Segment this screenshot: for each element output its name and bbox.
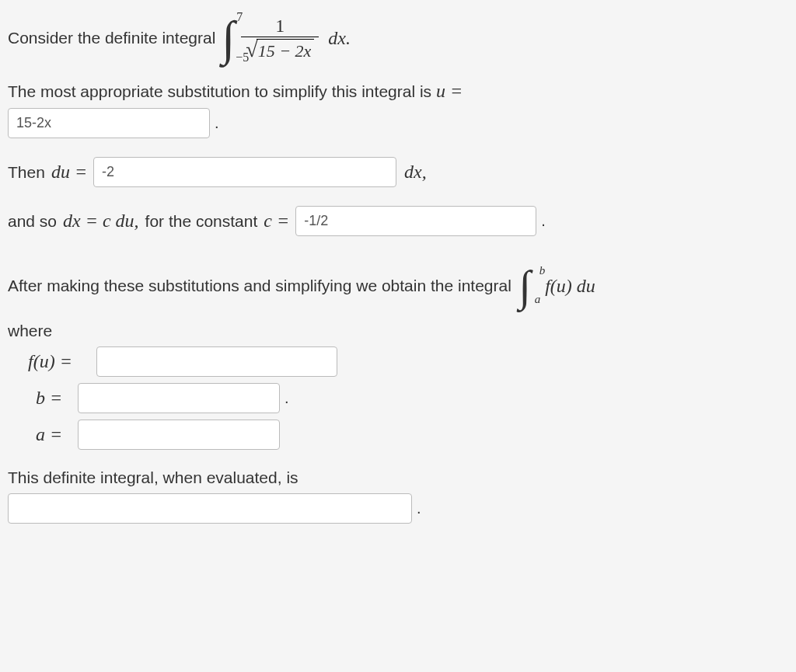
- integral-expression: ∫ 7 −5 1 √ 15 − 2x dx.: [222, 14, 351, 62]
- integral2-lower: a: [535, 293, 541, 306]
- text-final: This definite integral, when evaluated, …: [8, 468, 298, 487]
- row-c: and so dx = c du, for the constant c = .: [8, 206, 788, 236]
- fraction: 1 √ 15 − 2x: [241, 16, 319, 61]
- c-equals: c =: [264, 211, 289, 232]
- integral-fu: ∫ b a f(u) du: [519, 264, 595, 308]
- input-b[interactable]: [78, 383, 280, 413]
- row-result: .: [8, 493, 788, 524]
- text-substitution: The most appropriate substitution to sim…: [8, 82, 431, 101]
- row-b: b = .: [36, 383, 788, 413]
- fu-equals: f(u) =: [28, 351, 96, 372]
- row-du: Then du = dx,: [8, 157, 788, 187]
- sqrt: √ 15 − 2x: [246, 39, 314, 61]
- row-where: where: [8, 322, 788, 340]
- input-u[interactable]: [8, 108, 210, 138]
- row-u-input: .: [8, 108, 788, 138]
- period: .: [215, 114, 219, 132]
- row-fu: f(u) =: [28, 346, 788, 377]
- prompt-line-substitution: The most appropriate substitution to sim…: [8, 81, 788, 102]
- du-equals: du =: [51, 162, 87, 183]
- u-equals: u =: [436, 81, 463, 102]
- b-equals: b =: [36, 388, 78, 409]
- text-where: where: [8, 322, 52, 340]
- radicand: 15 − 2x: [257, 39, 315, 61]
- dx-eq-cdu: dx = c du,: [63, 211, 139, 232]
- integral-sign-icon: ∫ 7 −5: [222, 14, 235, 62]
- text-then: Then: [8, 163, 45, 182]
- row-final-text: This definite integral, when evaluated, …: [8, 468, 788, 487]
- radicand-text: 15 − 2x: [258, 41, 312, 61]
- input-a[interactable]: [78, 420, 280, 450]
- period-2: .: [541, 212, 546, 230]
- period-3: .: [285, 389, 289, 407]
- integral-upper-limit: 7: [236, 11, 243, 23]
- dx-comma: dx,: [404, 162, 427, 183]
- text-after-subs: After making these substitutions and sim…: [8, 277, 511, 295]
- denominator: √ 15 − 2x: [241, 37, 319, 61]
- input-du[interactable]: [93, 157, 396, 187]
- integral2-body: f(u) du: [545, 276, 595, 297]
- period-4: .: [417, 500, 421, 517]
- input-c[interactable]: [295, 206, 536, 236]
- input-result[interactable]: [8, 493, 412, 524]
- integral-lower-limit: −5: [236, 51, 249, 64]
- a-equals: a =: [36, 424, 78, 445]
- numerator: 1: [271, 16, 289, 37]
- integral2-upper: b: [539, 264, 546, 277]
- prompt-line-1: Consider the definite integral ∫ 7 −5 1 …: [8, 14, 788, 62]
- dx-text: dx.: [328, 28, 351, 49]
- integral-sign-icon-2: ∫: [519, 264, 531, 308]
- text-and-so: and so: [8, 212, 57, 231]
- text-for-constant: for the constant: [145, 212, 258, 231]
- input-fu[interactable]: [96, 346, 337, 377]
- text-consider: Consider the definite integral: [8, 29, 215, 47]
- row-after-subs: After making these substitutions and sim…: [8, 264, 788, 308]
- row-a: a =: [36, 420, 788, 450]
